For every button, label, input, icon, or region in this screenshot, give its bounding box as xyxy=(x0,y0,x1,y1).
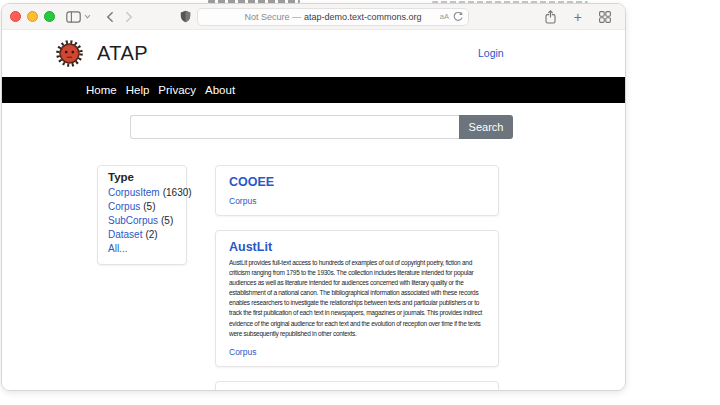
back-button-icon[interactable] xyxy=(106,11,114,23)
tab-overview-icon[interactable] xyxy=(599,11,611,23)
facet-link[interactable]: CorpusItem xyxy=(108,187,160,198)
nav-item-about[interactable]: About xyxy=(205,84,235,96)
atap-logo-icon[interactable] xyxy=(55,39,84,68)
result-card: AustLit AustLit provides full-text acces… xyxy=(215,230,499,367)
facet-count: (5) xyxy=(143,201,155,212)
result-type-link[interactable]: Corpus xyxy=(229,347,256,357)
facet-item-corpus: Corpus(5) xyxy=(108,200,176,214)
facet-item-all: All... xyxy=(108,242,176,256)
facet-title: Type xyxy=(108,171,176,183)
site-title: ATAP xyxy=(97,42,148,65)
browser-toolbar: Not Secure — atap-demo.text-commons.org … xyxy=(2,4,625,30)
facet-link[interactable]: Dataset xyxy=(108,229,142,240)
result-title-link[interactable]: AustLit xyxy=(229,240,272,254)
chevron-down-icon[interactable] xyxy=(84,14,91,19)
privacy-shield-icon[interactable] xyxy=(180,10,191,23)
new-tab-icon[interactable]: + xyxy=(574,10,582,24)
result-type-link[interactable]: Corpus xyxy=(229,196,256,206)
sidebar-toggle-icon[interactable] xyxy=(66,11,81,23)
search-results: COOEE Corpus AustLit AustLit provides fu… xyxy=(215,165,499,391)
search-input[interactable] xyxy=(130,115,459,139)
main-navbar: Home Help Privacy About xyxy=(2,77,625,103)
login-link[interactable]: Login xyxy=(478,47,504,59)
close-window-button[interactable] xyxy=(10,11,21,22)
facet-item-corpusitem: CorpusItem(1630) xyxy=(108,186,176,200)
facet-link[interactable]: SubCorpus xyxy=(108,215,158,226)
facet-count: (1630) xyxy=(163,187,192,198)
search-bar: Search xyxy=(130,115,513,139)
facet-count: (2) xyxy=(145,229,157,240)
nav-item-privacy[interactable]: Privacy xyxy=(158,84,196,96)
result-card: Text 1-002 1788 Phillip, Arthur CorpusIt… xyxy=(215,381,499,391)
result-card: COOEE Corpus xyxy=(215,165,499,216)
window-controls xyxy=(10,11,55,22)
share-icon[interactable] xyxy=(544,10,557,24)
result-title-link[interactable]: COOEE xyxy=(229,175,274,189)
search-button[interactable]: Search xyxy=(459,115,513,139)
facet-link[interactable]: All... xyxy=(108,243,127,254)
forward-button-icon[interactable] xyxy=(125,11,133,23)
site-header: ATAP Login xyxy=(2,30,625,77)
address-security-label: Not Secure — xyxy=(244,12,301,22)
result-description: AustLit provides full-text access to hun… xyxy=(229,258,489,339)
page-content: Search Type CorpusItem(1630) Corpus(5) S… xyxy=(2,103,625,391)
zoom-window-button[interactable] xyxy=(44,11,55,22)
facet-panel: Type CorpusItem(1630) Corpus(5) SubCorpu… xyxy=(97,165,187,265)
address-domain: atap-demo.text-commons.org xyxy=(304,12,422,22)
page-settings-icon[interactable]: aA xyxy=(440,13,449,21)
minimize-window-button[interactable] xyxy=(27,11,38,22)
browser-window: Not Secure — atap-demo.text-commons.org … xyxy=(1,3,626,391)
facet-count: (5) xyxy=(161,215,173,226)
nav-item-help[interactable]: Help xyxy=(126,84,150,96)
reload-icon[interactable] xyxy=(453,12,463,22)
facet-item-dataset: Dataset(2) xyxy=(108,228,176,242)
nav-item-home[interactable]: Home xyxy=(86,84,117,96)
facet-item-subcorpus: SubCorpus(5) xyxy=(108,214,176,228)
address-bar[interactable]: Not Secure — atap-demo.text-commons.org … xyxy=(197,8,469,26)
facet-link[interactable]: Corpus xyxy=(108,201,140,212)
